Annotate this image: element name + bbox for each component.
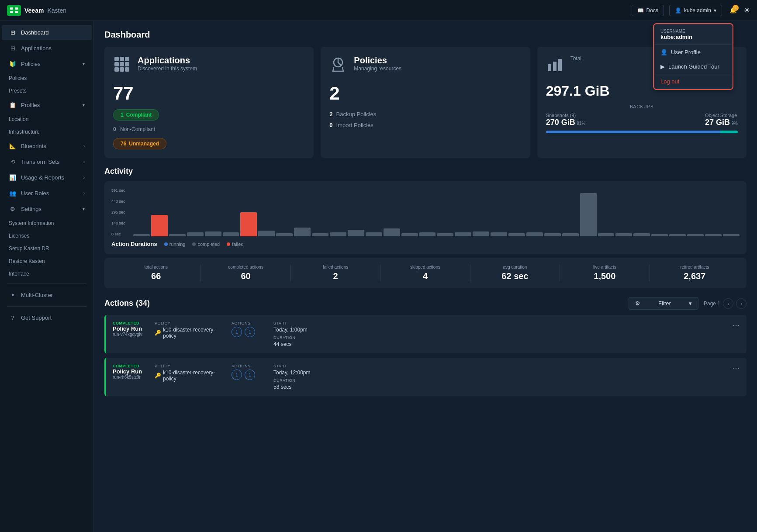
support-icon: ? (9, 314, 17, 321)
svg-rect-8 (120, 62, 124, 66)
action-policy-value-1: 🔑 k10-disaster-recovery-policy (155, 327, 225, 339)
action-more-button-1[interactable]: ⋯ (733, 321, 740, 329)
sidebar-item-transform-sets[interactable]: ⟲ Transform Sets › (2, 154, 92, 169)
actions-section-title: Actions (104, 299, 133, 308)
avg-duration-stat: avg duration 62 sec (470, 265, 560, 281)
transform-sets-icon: ⟲ (9, 159, 17, 165)
chart-bar (705, 234, 722, 237)
blueprints-icon: 📐 (9, 143, 17, 149)
action-actions-1: ACTIONS 1 1 (232, 321, 266, 337)
sidebar-item-dashboard[interactable]: ⊞ Dashboard (2, 25, 92, 40)
filter-button[interactable]: ⚙ Filter ▾ (629, 297, 698, 310)
notifications-button[interactable]: 🔔 1 (727, 5, 739, 16)
duration-label-1: DURATION (273, 335, 726, 340)
dropdown-header: Username kube:admin (654, 24, 732, 45)
action-type-1: Policy Run (113, 325, 148, 332)
stats-row: total actions 66 completed actions 60 fa… (104, 258, 747, 288)
object-storage-value: 27 GiB (705, 118, 730, 127)
svg-rect-4 (114, 57, 119, 61)
prev-page-button[interactable]: ‹ (723, 298, 733, 309)
sidebar-item-label: Dashboard (21, 29, 49, 36)
y-label-1: 0 sec (111, 232, 125, 236)
chart-bar (205, 231, 221, 236)
chart-bar (651, 234, 668, 237)
action-more-button-2[interactable]: ⋯ (733, 364, 740, 372)
sidebar-sub-item-system-info[interactable]: System Information (2, 217, 92, 229)
theme-toggle-button[interactable]: ☀ (744, 6, 750, 14)
completed-actions-value: 60 (204, 271, 287, 281)
chart-bar (508, 233, 525, 236)
sidebar-item-get-support[interactable]: ? Get Support (2, 310, 92, 325)
sidebar-sub-item-interface[interactable]: Interface (2, 268, 92, 280)
start-label-2: START (273, 364, 726, 368)
action-run-id-2: run-rh6k5slz9r (113, 375, 148, 380)
applications-card-title: Applications (138, 55, 305, 66)
settings-icon: ⚙ (9, 206, 17, 212)
chart-bar (687, 234, 704, 237)
chart-bar (633, 233, 650, 236)
action-circle-2: 1 (245, 327, 255, 337)
svg-rect-16 (558, 59, 562, 71)
sidebar-item-usage-reports[interactable]: 📊 Usage & Reports › (2, 170, 92, 185)
failed-legend: failed (227, 242, 243, 247)
sidebar-item-policies[interactable]: 🔰 Policies ▾ (2, 56, 92, 72)
actions-title-group: Actions (34) (104, 299, 150, 308)
backups-section-label: BACKUPS (546, 104, 738, 109)
sidebar-sub-item-presets[interactable]: Presets (2, 85, 92, 97)
chart-bar (330, 232, 346, 236)
policies-card-title-area: Policies Managing resources (354, 55, 521, 72)
unmanaged-badge: 76 Unmanaged (113, 138, 166, 149)
svg-rect-1 (15, 7, 18, 10)
dashboard-cards: Applications Discovered in this system 7… (104, 47, 747, 158)
sidebar-item-profiles[interactable]: 📋 Profiles ▾ (2, 97, 92, 113)
duration-label-2: DURATION (273, 378, 726, 383)
chart-bar (276, 233, 293, 236)
key-icon: 🔑 (155, 330, 161, 336)
sidebar-item-applications[interactable]: ⊞ Applications (2, 41, 92, 56)
y-label-3: 295 sec (111, 210, 125, 214)
logout-item[interactable]: Log out (654, 74, 732, 89)
docs-button[interactable]: 📖 Docs (632, 5, 664, 16)
action-card-1: COMPLETED Policy Run run-v74xgqvglv POLI… (104, 315, 747, 353)
guided-tour-item[interactable]: ▶ Launch Guided Tour (654, 59, 732, 74)
next-page-button[interactable]: › (736, 298, 747, 309)
chevron-right-icon: › (83, 144, 85, 149)
y-label-5: 591 sec (111, 188, 125, 193)
chart-bar (312, 233, 328, 236)
sidebar-separator (7, 283, 86, 284)
sidebar: ⊞ Dashboard ⊞ Applications 🔰 Policies ▾ … (0, 21, 94, 532)
key-icon-2: 🔑 (155, 373, 161, 379)
svg-rect-9 (125, 62, 129, 66)
sidebar-item-settings[interactable]: ⚙ Settings ▾ (2, 201, 92, 217)
sidebar-separator-bottom (7, 306, 86, 307)
sidebar-item-user-roles[interactable]: 👥 User Roles › (2, 186, 92, 201)
sidebar-sub-item-policies[interactable]: Policies (2, 72, 92, 84)
sidebar-sub-item-infrastructure[interactable]: Infrastructure (2, 126, 92, 138)
live-artifacts-label: live artifacts (563, 265, 646, 269)
chart-bar (491, 232, 507, 236)
user-menu-button[interactable]: 👤 kube:admin ▾ (669, 5, 722, 16)
layout: ⊞ Dashboard ⊞ Applications 🔰 Policies ▾ … (0, 21, 757, 532)
snapshots-label: Snapshots (9) (546, 113, 586, 118)
chart-bar (580, 193, 597, 236)
sidebar-sub-item-licenses[interactable]: Licenses (2, 230, 92, 242)
y-label-2: 148 sec (111, 221, 125, 225)
sidebar-item-multi-cluster[interactable]: ✦ Multi-Cluster (2, 287, 92, 303)
policies-card-icon (329, 55, 347, 76)
completed-actions-label: completed actions (204, 265, 287, 269)
chart-bar (187, 232, 204, 236)
chart-bar (240, 212, 257, 236)
chart-bar (223, 232, 239, 236)
sidebar-item-label: Settings (21, 206, 41, 212)
sidebar-sub-item-location[interactable]: Location (2, 113, 92, 125)
chevron-down-icon: ▾ (83, 62, 85, 66)
user-profile-item[interactable]: 👤 User Profile (654, 45, 732, 59)
chevron-down-icon: ▾ (83, 207, 85, 211)
chart-bar (437, 233, 453, 236)
sidebar-sub-item-setup-kasten-dr[interactable]: Setup Kasten DR (2, 242, 92, 255)
sidebar-sub-item-restore-kasten[interactable]: Restore Kasten (2, 255, 92, 267)
user-icon: 👤 (675, 7, 681, 14)
svg-rect-12 (125, 67, 129, 72)
sidebar-item-blueprints[interactable]: 📐 Blueprints › (2, 138, 92, 154)
book-icon: 📖 (637, 7, 644, 14)
